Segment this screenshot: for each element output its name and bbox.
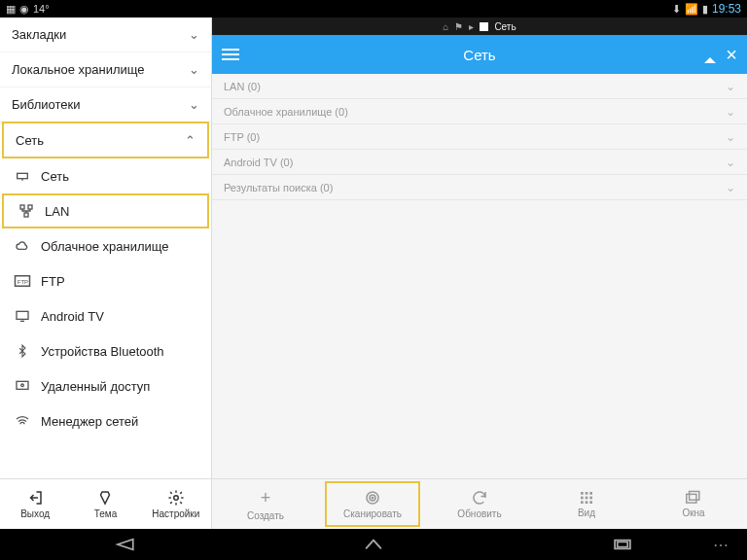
sidebar-item-androidtv[interactable]: Android TV	[0, 298, 211, 333]
button-label: Тема	[94, 508, 118, 519]
button-label: Сканировать	[343, 508, 402, 519]
breadcrumb: ⌂ ⚑ ▸ Сеть	[212, 18, 747, 35]
battery-icon: ▮	[702, 3, 708, 16]
svg-rect-1	[20, 205, 24, 209]
sidebar-item-remote[interactable]: Удаленный доступ	[0, 368, 211, 403]
sidebar-item-label: Облачное хранилище	[41, 239, 169, 254]
list-item[interactable]: FTP (0)⌄	[212, 124, 747, 150]
sidebar-item-lan[interactable]: LAN	[2, 193, 209, 228]
svg-rect-17	[586, 497, 588, 500]
list-item[interactable]: Результаты поиска (0)⌄	[212, 175, 747, 200]
sidebar-section-network[interactable]: Сеть ⌃	[2, 122, 209, 158]
wifi-settings-icon	[14, 412, 31, 430]
svg-rect-16	[581, 497, 584, 500]
list-item[interactable]: Android TV (0)⌄	[212, 150, 747, 175]
exit-button[interactable]: Выход	[0, 479, 70, 529]
sidebar-section-bookmarks[interactable]: Закладки ⌄	[0, 18, 211, 52]
sidebar-item-netmgr[interactable]: Менеджер сетей	[0, 403, 211, 438]
list-item[interactable]: LAN (0)⌄	[212, 74, 747, 99]
android-navbar: ⋯	[0, 529, 747, 560]
svg-rect-19	[581, 501, 584, 504]
svg-rect-15	[589, 492, 592, 495]
header: Сеть ×	[212, 35, 747, 74]
theme-icon	[96, 489, 114, 507]
exit-icon	[26, 489, 44, 507]
temperature: 14°	[33, 3, 50, 15]
sidebar-section-label: Локальное хранилище	[12, 62, 145, 77]
plus-icon: +	[261, 488, 271, 508]
chevron-down-icon: ⌄	[726, 80, 735, 93]
chevron-down-icon: ⌄	[726, 130, 735, 144]
download-icon: ⬇	[672, 3, 681, 16]
svg-point-8	[21, 384, 24, 387]
sidebar-section-label: Библиотеки	[12, 97, 80, 112]
sidebar-item-bluetooth[interactable]: Устройства Bluetooth	[0, 333, 211, 368]
chevron-up-icon: ⌃	[185, 133, 196, 148]
clock: 19:53	[712, 2, 741, 16]
svg-rect-3	[24, 213, 28, 217]
sidebar-item-cloud[interactable]: Облачное хранилище	[0, 228, 211, 263]
shield-icon: ◉	[19, 3, 29, 16]
bluetooth-icon	[14, 342, 31, 360]
sidebar-section-local[interactable]: Локальное хранилище ⌄	[0, 52, 211, 88]
resize-icon[interactable]	[704, 57, 716, 63]
sidebar-item-label: Менеджер сетей	[41, 414, 138, 429]
sidebar-item-label: Устройства Bluetooth	[41, 344, 164, 359]
close-icon[interactable]: ×	[726, 44, 737, 66]
button-label: Окна	[682, 508, 704, 518]
bookmark-icon: ▸	[469, 21, 474, 32]
menu-icon[interactable]	[222, 49, 239, 60]
nav-back[interactable]	[105, 538, 144, 551]
chevron-down-icon: ⌄	[726, 156, 735, 169]
svg-rect-2	[28, 205, 32, 209]
refresh-button[interactable]: Обновить	[426, 479, 533, 529]
remote-icon	[14, 377, 31, 395]
sidebar-item-label: Сеть	[41, 169, 69, 184]
button-label: Настройки	[152, 508, 199, 519]
settings-button[interactable]: Настройки	[141, 479, 211, 529]
ftp-icon: FTP	[14, 272, 31, 290]
svg-text:FTP: FTP	[18, 279, 28, 285]
theme-button[interactable]: Тема	[70, 479, 140, 529]
page-title: Сеть	[212, 47, 747, 63]
list-label: FTP (0)	[224, 131, 260, 143]
list-item[interactable]: Облачное хранилище (0)⌄	[212, 99, 747, 124]
sidebar-item-label: LAN	[45, 204, 69, 219]
svg-rect-22	[690, 491, 699, 500]
scan-icon	[364, 489, 381, 507]
svg-point-12	[372, 497, 374, 499]
wifi-icon: 📶	[685, 3, 698, 16]
nav-recent[interactable]	[603, 538, 642, 551]
sidebar: Закладки ⌄ Локальное хранилище ⌄ Библиот…	[0, 18, 212, 529]
sidebar-section-label: Сеть	[16, 133, 44, 148]
tv-icon	[14, 307, 31, 325]
svg-point-9	[174, 496, 179, 501]
chevron-down-icon: ⌄	[189, 27, 199, 42]
svg-rect-13	[581, 492, 584, 495]
svg-point-11	[370, 495, 375, 501]
refresh-icon	[471, 489, 488, 507]
grid-icon	[579, 490, 594, 506]
create-button[interactable]: + Создать	[212, 479, 319, 529]
sidebar-item-label: Android TV	[41, 309, 104, 324]
nav-home[interactable]	[354, 538, 393, 551]
chevron-down-icon: ⌄	[726, 181, 735, 194]
gear-icon	[167, 489, 185, 507]
breadcrumb-label: Сеть	[494, 21, 516, 32]
svg-rect-21	[589, 501, 592, 504]
nav-more[interactable]: ⋯	[702, 536, 741, 554]
windows-button[interactable]: Окна	[640, 479, 747, 529]
button-label: Выход	[20, 508, 50, 519]
sidebar-section-libraries[interactable]: Библиотеки ⌄	[0, 88, 211, 122]
sidebar-item-ftp[interactable]: FTP FTP	[0, 263, 211, 298]
cloud-icon	[14, 237, 31, 255]
chevron-down-icon: ⌄	[189, 97, 199, 112]
sidebar-item-network[interactable]: Сеть	[0, 158, 211, 193]
svg-rect-23	[687, 494, 696, 503]
scan-button[interactable]: Сканировать	[319, 479, 426, 529]
svg-rect-14	[586, 492, 588, 495]
main-area: ⌂ ⚑ ▸ Сеть Сеть × LAN (0)⌄ Облачное хран…	[212, 18, 747, 529]
svg-rect-0	[18, 173, 28, 178]
lan-icon	[18, 202, 35, 220]
view-button[interactable]: Вид	[533, 479, 640, 529]
